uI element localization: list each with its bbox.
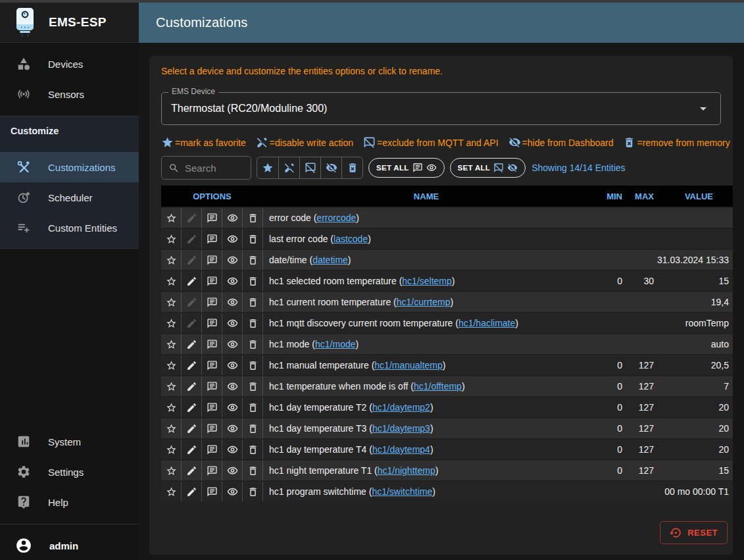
reset-button[interactable]: RESET — [660, 521, 728, 544]
favorite-button[interactable] — [161, 440, 182, 459]
favorite-button[interactable] — [161, 250, 182, 270]
remove-button[interactable] — [243, 419, 263, 438]
visibility-button[interactable] — [222, 229, 243, 249]
sidebar-item-customizations[interactable]: Customizations — [0, 152, 139, 182]
mqtt-exclude-button[interactable] — [202, 355, 222, 375]
remove-button[interactable] — [243, 208, 263, 228]
visibility-button[interactable] — [222, 271, 243, 291]
visibility-button[interactable] — [222, 397, 243, 417]
visibility-button[interactable] — [222, 461, 243, 480]
entity-link[interactable]: hc1/haclimate — [459, 318, 515, 328]
rename-button[interactable] — [182, 397, 202, 417]
entity-link[interactable]: hc1/switchtime — [372, 486, 432, 497]
entity-link[interactable]: datetime — [312, 255, 348, 265]
mqtt-exclude-button[interactable] — [202, 461, 222, 480]
entity-link[interactable]: hc1/mode — [315, 339, 355, 349]
visibility-button[interactable] — [222, 313, 243, 333]
visibility-button[interactable] — [222, 376, 243, 396]
remove-button[interactable] — [243, 482, 263, 501]
mqtt-exclude-button[interactable] — [202, 334, 222, 354]
favorite-button[interactable] — [161, 355, 182, 375]
remove-button[interactable] — [243, 229, 263, 249]
remove-button[interactable] — [243, 334, 263, 354]
sidebar-item-admin[interactable]: admin — [0, 531, 139, 560]
filter-mqtt-excluded-button[interactable] — [299, 157, 320, 178]
filter-write-disabled-button[interactable] — [278, 157, 299, 178]
entity-label: hc1 day temperature T4 ( — [269, 444, 372, 455]
rename-button[interactable] — [182, 419, 202, 438]
entity-link[interactable]: hc1/manualtemp — [374, 360, 443, 370]
remove-button[interactable] — [243, 250, 263, 270]
sidebar-item-devices[interactable]: Devices — [0, 49, 139, 79]
sidebar-item-custom-entities[interactable]: Custom Entities — [0, 213, 139, 243]
ems-device-select[interactable]: EMS Device Thermostat (RC20/Moduline 300… — [161, 92, 721, 125]
mqtt-exclude-button[interactable] — [202, 271, 222, 291]
remove-button[interactable] — [243, 292, 263, 312]
rename-button[interactable] — [182, 271, 202, 291]
mqtt-exclude-button[interactable] — [202, 208, 222, 228]
filter-favorite-button[interactable] — [257, 157, 278, 178]
favorite-button[interactable] — [161, 376, 182, 396]
favorite-button[interactable] — [161, 482, 182, 501]
favorite-button[interactable] — [161, 419, 182, 438]
rename-button[interactable] — [182, 334, 202, 354]
remove-button[interactable] — [243, 313, 263, 333]
remove-button[interactable] — [243, 397, 263, 417]
mqtt-exclude-button[interactable] — [202, 376, 222, 396]
remove-button[interactable] — [243, 376, 263, 396]
remove-button[interactable] — [243, 355, 263, 375]
visibility-button[interactable] — [222, 292, 243, 312]
entity-link[interactable]: hc1/daytemp4 — [372, 444, 430, 455]
entity-link[interactable]: hc1/daytemp2 — [372, 402, 430, 413]
entity-link[interactable]: hc1/seltemp — [402, 276, 451, 286]
visibility-button[interactable] — [222, 334, 243, 354]
sidebar-item-help[interactable]: Help — [0, 487, 139, 517]
favorite-button[interactable] — [161, 461, 182, 480]
set-all-button[interactable]: SET ALL — [450, 158, 526, 178]
mqtt-exclude-button[interactable] — [202, 397, 222, 417]
mqtt-exclude-button[interactable] — [202, 440, 222, 459]
rename-button[interactable] — [182, 355, 202, 375]
mqtt-exclude-button[interactable] — [202, 250, 222, 270]
remove-button[interactable] — [243, 271, 263, 291]
favorite-button[interactable] — [161, 292, 182, 312]
visibility-button[interactable] — [222, 440, 243, 459]
visibility-button[interactable] — [222, 482, 243, 501]
sidebar-item-system[interactable]: System — [0, 426, 139, 457]
entity-link[interactable]: errorcode — [316, 213, 356, 223]
set-all-button[interactable]: SET ALL — [368, 158, 445, 178]
rename-button[interactable] — [182, 440, 202, 459]
mqtt-exclude-button[interactable] — [202, 292, 222, 312]
rename-button[interactable] — [182, 461, 202, 480]
visibility-button[interactable] — [222, 208, 243, 228]
mqtt-exclude-button[interactable] — [202, 419, 222, 438]
entity-link[interactable]: lastcode — [334, 234, 368, 244]
visibility-button[interactable] — [222, 355, 243, 375]
mqtt-exclude-button[interactable] — [202, 313, 222, 333]
remove-button[interactable] — [243, 461, 263, 480]
rename-button[interactable] — [182, 376, 202, 396]
search-input[interactable] — [185, 163, 244, 174]
sidebar-item-scheduler[interactable]: Scheduler — [0, 182, 139, 213]
favorite-button[interactable] — [161, 397, 182, 417]
favorite-button[interactable] — [161, 334, 182, 354]
entity-max: 127 — [622, 423, 654, 434]
mqtt-exclude-button[interactable] — [202, 482, 222, 501]
mqtt-exclude-button[interactable] — [202, 229, 222, 249]
entity-link[interactable]: hc1/currtemp — [397, 297, 451, 307]
sidebar-item-sensors[interactable]: Sensors — [0, 79, 139, 109]
filter-removed-button[interactable] — [341, 157, 362, 178]
favorite-button[interactable] — [161, 271, 182, 291]
filter-hidden-button[interactable] — [320, 157, 341, 178]
favorite-button[interactable] — [161, 229, 182, 249]
remove-button[interactable] — [243, 440, 263, 459]
entity-link[interactable]: hc1/daytemp3 — [372, 423, 430, 434]
sidebar-item-settings[interactable]: Settings — [0, 457, 139, 487]
rename-button[interactable] — [182, 482, 202, 501]
favorite-button[interactable] — [161, 208, 182, 228]
favorite-button[interactable] — [161, 313, 182, 333]
entity-link[interactable]: hc1/nighttemp — [378, 465, 435, 476]
entity-link[interactable]: hc1/offtemp — [414, 381, 462, 392]
visibility-button[interactable] — [222, 419, 243, 438]
visibility-button[interactable] — [222, 250, 243, 270]
